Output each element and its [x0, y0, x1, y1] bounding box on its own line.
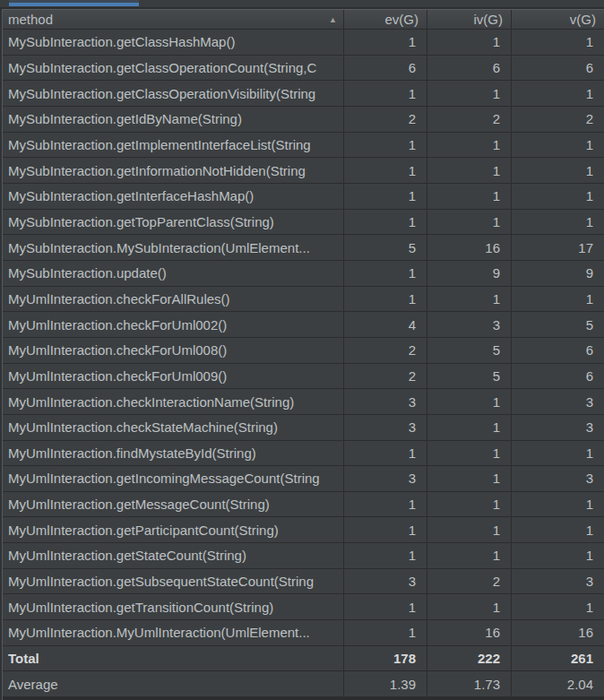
v-cell: 6	[511, 56, 604, 81]
iv-cell: 1	[427, 210, 511, 235]
v-cell: 1	[511, 543, 604, 568]
table-row[interactable]: MyUmlInteraction.MyUmlInteraction(UmlEle…	[0, 620, 604, 646]
v-cell: 1	[511, 594, 604, 619]
iv-cell: 1	[427, 517, 511, 542]
ev-cell: 6	[343, 56, 427, 81]
table-row[interactable]: MySubInteraction.getInformationNotHidden…	[0, 158, 604, 184]
iv-cell: 5	[427, 338, 511, 363]
iv-cell: 1	[427, 158, 511, 183]
method-cell: MySubInteraction.update()	[0, 261, 343, 286]
method-cell: MySubInteraction.getClassOperationCount(…	[0, 56, 343, 81]
table-row[interactable]: MyUmlInteraction.getParticipantCount(Str…	[0, 517, 604, 543]
v-cell: 1	[511, 441, 604, 466]
v-cell: 1	[511, 287, 604, 312]
iv-cell: 1	[427, 184, 511, 209]
iv-cell: 1	[427, 133, 511, 158]
table-row[interactable]: MySubInteraction.getClassHashMap() 1 1 1	[0, 30, 604, 56]
ev-cell: 3	[343, 569, 427, 594]
method-cell: MyUmlInteraction.getTransitionCount(Stri…	[0, 594, 343, 619]
ev-cell: 1	[343, 620, 427, 645]
v-cell: 9	[511, 261, 604, 286]
table-header: method ▲ ev(G) iv(G) v(G)	[0, 9, 604, 30]
average-iv-value: 1.73	[427, 671, 511, 696]
average-label: Average	[0, 671, 343, 696]
table-row[interactable]: MyUmlInteraction.getIncomingMessageCount…	[0, 466, 604, 492]
table-row[interactable]: MyUmlInteraction.getSubsequentStateCount…	[0, 569, 604, 595]
v-cell: 3	[511, 389, 604, 414]
method-cell: MyUmlInteraction.checkForUml009()	[0, 364, 343, 389]
ev-cell: 1	[343, 543, 427, 568]
v-cell: 5	[511, 312, 604, 337]
method-cell: MySubInteraction.getClassOperationVisibi…	[0, 81, 343, 106]
table-row[interactable]: MyUmlInteraction.getTransitionCount(Stri…	[0, 594, 604, 620]
column-header-method-label: method	[8, 12, 53, 27]
method-cell: MyUmlInteraction.MyUmlInteraction(UmlEle…	[0, 620, 343, 645]
table-row[interactable]: MyUmlInteraction.checkForUml008() 2 5 6	[0, 338, 604, 364]
average-v-value: 2.04	[511, 671, 604, 696]
ev-cell: 1	[343, 287, 427, 312]
table-row[interactable]: MySubInteraction.getInterfaceHashMap() 1…	[0, 184, 604, 210]
table-row[interactable]: MySubInteraction.getTopParentClass(Strin…	[0, 210, 604, 236]
table-row[interactable]: MyUmlInteraction.getStateCount(String) 1…	[0, 543, 604, 569]
metrics-table-panel: method ▲ ev(G) iv(G) v(G) MySubInteracti…	[0, 0, 604, 700]
v-cell: 3	[511, 415, 604, 440]
v-cell: 16	[511, 620, 604, 645]
column-header-ev[interactable]: ev(G)	[343, 10, 427, 29]
table-row[interactable]: MySubInteraction.getImplementInterfaceLi…	[0, 133, 604, 159]
ev-cell: 3	[343, 415, 427, 440]
average-row[interactable]: Average 1.39 1.73 2.04	[0, 671, 604, 696]
v-cell: 6	[511, 338, 604, 363]
table-row[interactable]: MySubInteraction.update() 1 9 9	[0, 261, 604, 287]
table-row[interactable]: MyUmlInteraction.checkForAllRules() 1 1 …	[0, 287, 604, 313]
iv-cell: 9	[427, 261, 511, 286]
total-row[interactable]: Total 178 222 261	[0, 646, 604, 672]
method-cell: MySubInteraction.getImplementInterfaceLi…	[0, 133, 343, 158]
v-cell: 1	[511, 517, 604, 542]
sort-ascending-icon[interactable]: ▲	[329, 15, 337, 24]
v-cell: 1	[511, 81, 604, 106]
ev-cell: 5	[343, 235, 427, 260]
method-cell: MyUmlInteraction.getIncomingMessageCount…	[0, 466, 343, 491]
table-row[interactable]: MySubInteraction.MySubInteraction(UmlEle…	[0, 235, 604, 261]
ev-cell: 1	[343, 261, 427, 286]
iv-cell: 1	[427, 415, 511, 440]
total-label: Total	[0, 646, 343, 671]
column-header-method[interactable]: method ▲	[0, 10, 343, 29]
table-row[interactable]: MyUmlInteraction.getMessageCount(String)…	[0, 492, 604, 518]
v-cell: 1	[511, 210, 604, 235]
ev-cell: 1	[343, 158, 427, 183]
average-ev-value: 1.39	[343, 671, 427, 696]
v-cell: 17	[511, 235, 604, 260]
v-cell: 3	[511, 466, 604, 491]
ev-cell: 1	[343, 210, 427, 235]
v-cell: 1	[511, 133, 604, 158]
v-cell: 3	[511, 569, 604, 594]
table-row[interactable]: MyUmlInteraction.checkInteractionName(St…	[0, 389, 604, 415]
iv-cell: 1	[427, 287, 511, 312]
ev-cell: 1	[343, 133, 427, 158]
iv-cell: 1	[427, 441, 511, 466]
table-row[interactable]: MyUmlInteraction.checkStateMachine(Strin…	[0, 415, 604, 441]
table-row[interactable]: MyUmlInteraction.checkForUml009() 2 5 6	[0, 364, 604, 390]
column-header-iv[interactable]: iv(G)	[427, 10, 511, 29]
ev-cell: 1	[343, 184, 427, 209]
iv-cell: 2	[427, 569, 511, 594]
ev-cell: 1	[343, 517, 427, 542]
ev-cell: 1	[343, 81, 427, 106]
iv-cell: 1	[427, 492, 511, 517]
table-row[interactable]: MySubInteraction.getClassOperationVisibi…	[0, 81, 604, 107]
table-row[interactable]: MySubInteraction.getIdByName(String) 2 2…	[0, 107, 604, 133]
iv-cell: 1	[427, 30, 511, 55]
method-cell: MyUmlInteraction.checkStateMachine(Strin…	[0, 415, 343, 440]
ev-cell: 2	[343, 338, 427, 363]
column-header-v[interactable]: v(G)	[511, 10, 604, 29]
method-cell: MySubInteraction.getInformationNotHidden…	[0, 158, 343, 183]
method-cell: MyUmlInteraction.checkForUml008()	[0, 338, 343, 363]
ev-cell: 1	[343, 492, 427, 517]
method-cell: MyUmlInteraction.checkForAllRules()	[0, 287, 343, 312]
ev-cell: 1	[343, 30, 427, 55]
table-row[interactable]: MyUmlInteraction.checkForUml002() 4 3 5	[0, 312, 604, 338]
table-row[interactable]: MyUmlInteraction.findMystateById(String)…	[0, 441, 604, 467]
table-body: MySubInteraction.getClassHashMap() 1 1 1…	[0, 30, 604, 696]
table-row[interactable]: MySubInteraction.getClassOperationCount(…	[0, 56, 604, 82]
